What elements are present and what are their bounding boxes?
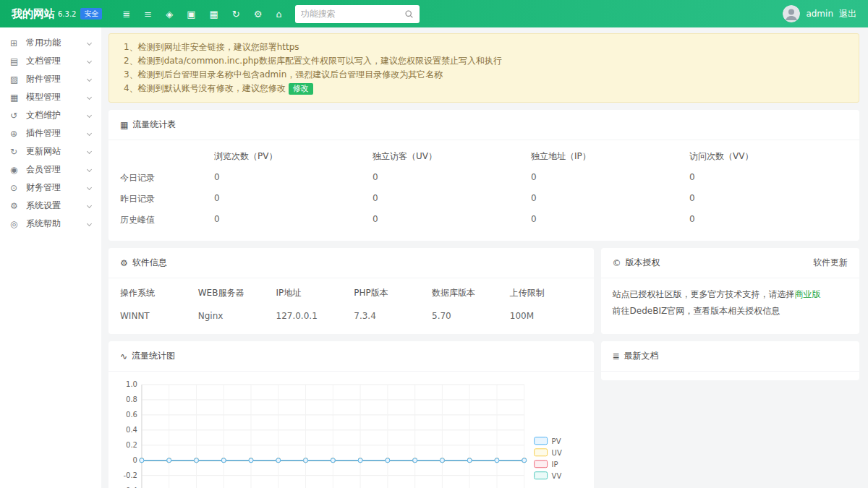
traffic-table-title: 流量统计表 xyxy=(132,119,176,131)
y-tick-label: 0 xyxy=(133,456,137,464)
software-field-label: IP地址 xyxy=(276,287,349,299)
search-box xyxy=(295,5,420,23)
model-icon: ▦ xyxy=(10,93,22,103)
traffic-line-chart: 1.00.80.60.40.20-0.2-0.4-0.6-0.8-1.005-2… xyxy=(117,379,585,488)
attachment-icon: ▨ xyxy=(10,74,22,85)
tree-menu-icon[interactable]: ≣ xyxy=(122,9,130,20)
legend-swatch-ip[interactable] xyxy=(535,461,548,468)
data-point-pv xyxy=(249,458,253,463)
search-icon[interactable] xyxy=(404,9,414,19)
sidebar-item-label: 常用功能 xyxy=(26,37,88,49)
list-menu-icon[interactable]: ≡ xyxy=(144,9,152,20)
chart-icon[interactable]: ▦ xyxy=(210,9,218,20)
tag-icon[interactable]: ◈ xyxy=(166,9,173,20)
software-info-grid: 操作系统WEB服务器IP地址PHP版本数据库版本上传限制WINNTNginx12… xyxy=(109,278,594,334)
warning-line: 4、检测到默认账号没有修改，建议您修改修改 xyxy=(124,82,844,95)
logout-link[interactable]: 退出 xyxy=(839,8,856,20)
data-point-pv xyxy=(221,458,226,463)
traffic-value: 0 xyxy=(531,168,689,189)
legend-swatch-vv[interactable] xyxy=(535,472,548,479)
modify-button[interactable]: 修改 xyxy=(289,83,313,95)
traffic-row-label: 历史峰值 xyxy=(120,210,214,231)
software-field-value: WINNT xyxy=(120,311,192,321)
traffic-value: 0 xyxy=(214,210,373,231)
license-line1: 站点已授权社区版，更多官方技术支持，请选择商业版 xyxy=(613,286,848,303)
legend-swatch-pv[interactable] xyxy=(535,437,548,445)
refresh-icon[interactable]: ↻ xyxy=(232,9,240,20)
software-field-value: Nginx xyxy=(198,311,271,321)
traffic-col-header: 独立访客（UV） xyxy=(373,145,531,168)
data-point-pv xyxy=(413,458,417,463)
brand[interactable]: 我的网站 xyxy=(12,7,55,21)
traffic-col-corner xyxy=(120,145,214,168)
chevron-down-icon xyxy=(87,185,92,190)
sidebar-item-7[interactable]: ↻更新网站 xyxy=(0,142,101,160)
sidebar-item-5[interactable]: ↺文档维护 xyxy=(0,106,101,124)
sidebar-item-3[interactable]: ▨附件管理 xyxy=(0,70,101,88)
chevron-down-icon xyxy=(87,221,92,226)
sidebar-item-label: 系统帮助 xyxy=(26,218,88,230)
sidebar-item-10[interactable]: ⚙系统设置 xyxy=(0,197,101,215)
data-point-pv xyxy=(194,458,198,463)
sidebar-item-1[interactable]: ⊞常用功能 xyxy=(0,34,101,52)
avatar[interactable] xyxy=(783,5,800,22)
software-field-value: 127.0.0.1 xyxy=(276,311,349,321)
chevron-down-icon xyxy=(87,203,92,208)
main-content: 1、检测到网址非安全链接，建议您部署https2、检测到data/common.… xyxy=(101,27,868,488)
sidebar-item-8[interactable]: ◉会员管理 xyxy=(0,160,101,179)
latest-docs-card: ≣ 最新文档 xyxy=(601,341,859,380)
traffic-value: 0 xyxy=(373,210,531,231)
data-point-pv xyxy=(276,458,281,463)
finance-icon: ⊙ xyxy=(10,183,22,193)
plugin-icon: ⊕ xyxy=(10,129,22,139)
sidebar-item-label: 插件管理 xyxy=(26,127,88,140)
latest-docs-header: ≣ 最新文档 xyxy=(601,341,859,372)
traffic-chart-card: ∿ 流量统计图 1.00.80.60.40.20-0.2-0.4-0.6-0.8… xyxy=(109,341,594,488)
traffic-value: 0 xyxy=(373,189,531,210)
software-field-value: 100M xyxy=(510,311,582,321)
legend-label-vv[interactable]: VV xyxy=(552,472,562,480)
gear-icon[interactable]: ⚙ xyxy=(254,9,263,20)
sidebar-item-11[interactable]: ◎系统帮助 xyxy=(0,215,101,233)
chevron-down-icon xyxy=(87,149,92,154)
legend-label-pv[interactable]: PV xyxy=(552,437,561,445)
topbar-icon-nav: ≣≡◈▣▦↻⚙⌂ xyxy=(122,9,281,20)
y-tick-label: 1.0 xyxy=(126,380,137,388)
sidebar-item-label: 财务管理 xyxy=(26,181,88,194)
sidebar-item-2[interactable]: ▤文档管理 xyxy=(0,52,101,70)
software-update-link[interactable]: 软件更新 xyxy=(813,257,848,269)
search-input[interactable] xyxy=(301,9,404,19)
apps-icon: ⊞ xyxy=(10,38,22,48)
data-point-pv xyxy=(495,458,499,463)
data-point-pv xyxy=(358,458,362,463)
traffic-value: 0 xyxy=(689,168,848,189)
home-icon[interactable]: ⌂ xyxy=(276,9,281,20)
business-edition-link[interactable]: 商业版 xyxy=(795,289,821,299)
sidebar-item-6[interactable]: ⊕插件管理 xyxy=(0,124,101,142)
traffic-row-label: 昨日记录 xyxy=(120,189,214,210)
traffic-table: 浏览次数（PV）独立访客（UV）独立地址（IP）访问次数（VV）今日记录0000… xyxy=(109,140,859,241)
chevron-down-icon xyxy=(87,95,92,100)
sidebar-item-label: 文档管理 xyxy=(26,55,88,67)
folder-icon[interactable]: ▣ xyxy=(187,9,195,20)
y-tick-label: -0.2 xyxy=(123,471,137,479)
gears-icon: ⚙ xyxy=(120,258,128,268)
sidebar-item-4[interactable]: ▦模型管理 xyxy=(0,88,101,106)
chevron-down-icon xyxy=(87,59,92,64)
sidebar-item-label: 附件管理 xyxy=(26,73,88,85)
software-field-label: 上传限制 xyxy=(510,287,582,299)
chevron-down-icon xyxy=(87,113,92,118)
sidebar-item-label: 文档维护 xyxy=(26,109,88,121)
legend-label-uv[interactable]: UV xyxy=(552,449,562,457)
data-point-pv xyxy=(522,458,527,463)
safe-badge[interactable]: 安全 xyxy=(80,8,102,20)
software-info-title: 软件信息 xyxy=(132,257,167,269)
traffic-chart-title: 流量统计图 xyxy=(132,350,175,362)
traffic-value: 0 xyxy=(214,189,373,210)
traffic-value: 0 xyxy=(373,168,531,189)
y-tick-label: 0.8 xyxy=(126,395,137,403)
sidebar-item-9[interactable]: ⊙财务管理 xyxy=(0,179,101,197)
legend-swatch-uv[interactable] xyxy=(535,449,548,456)
legend-label-ip[interactable]: IP xyxy=(552,461,558,468)
username[interactable]: admin xyxy=(806,9,833,19)
